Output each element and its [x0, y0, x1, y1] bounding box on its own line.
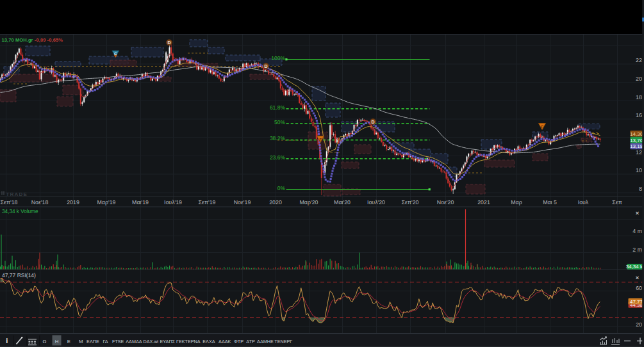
svg-text:Μ: Μ — [79, 339, 83, 344]
svg-text:FTSE: FTSE — [112, 339, 124, 344]
svg-text:F: F — [319, 138, 322, 141]
svg-text:D: D — [371, 120, 374, 124]
svg-text:Ιουλ'19: Ιουλ'19 — [164, 199, 182, 206]
svg-text:ΛΑΜΔΑ: ΛΑΜΔΑ — [126, 339, 142, 344]
svg-text:13,70 MOH.gr -0,09 -0,65%: 13,70 MOH.gr -0,09 -0,65% — [2, 37, 63, 43]
svg-text:10: 10 — [636, 167, 642, 174]
svg-text:Ω: Ω — [42, 339, 46, 344]
svg-text:38.2%: 38.2% — [270, 135, 286, 141]
svg-text:23.6%: 23.6% — [270, 154, 286, 161]
svg-text:20: 20 — [636, 321, 642, 328]
svg-text:Μαρ'20: Μαρ'20 — [300, 199, 318, 206]
svg-text:12: 12 — [636, 149, 642, 156]
svg-text:ΑΔΜΗΕ: ΑΔΜΗΕ — [257, 339, 274, 344]
svg-text:60: 60 — [636, 285, 642, 291]
svg-text:ΦΤΡ: ΦΤΡ — [234, 339, 244, 344]
svg-text:TRADE: TRADE — [6, 191, 28, 197]
svg-text:50%: 50% — [274, 119, 285, 125]
svg-text:i: i — [6, 337, 8, 344]
svg-text:Νοε'20: Νοε'20 — [437, 199, 454, 206]
svg-text:C: C — [114, 51, 117, 56]
svg-text:Μαι 5: Μαι 5 — [543, 199, 557, 206]
svg-text:47,77: 47,77 — [630, 299, 643, 305]
svg-text:Νοε'18: Νοε'18 — [31, 199, 49, 206]
svg-text:22: 22 — [636, 57, 642, 63]
svg-text:ΓΕΚΤΕΡΝΑ: ΓΕΚΤΕΡΝΑ — [176, 339, 201, 344]
svg-text:×: × — [636, 274, 640, 281]
svg-text:2 m: 2 m — [632, 246, 642, 253]
svg-text:20: 20 — [636, 76, 642, 82]
svg-text:D: D — [167, 40, 170, 45]
svg-text:100%: 100% — [271, 55, 285, 61]
svg-text:8: 8 — [639, 186, 642, 192]
svg-text:×: × — [636, 209, 640, 216]
svg-text:F: F — [541, 125, 543, 129]
svg-text:Μαι'19: Μαι'19 — [132, 199, 149, 206]
svg-text:Ιουλ'20: Ιουλ'20 — [367, 199, 385, 206]
svg-text:61.8%: 61.8% — [270, 104, 286, 111]
svg-text:34,34 k Volume: 34,34 k Volume — [2, 209, 38, 214]
svg-text:18: 18 — [636, 94, 642, 101]
svg-text:16: 16 — [636, 112, 642, 118]
svg-text:ΓΔ: ΓΔ — [103, 339, 108, 344]
svg-text:Νοε'19: Νοε'19 — [234, 199, 251, 206]
svg-text:ΔΤΡ: ΔΤΡ — [246, 339, 255, 344]
svg-text:ΑΔΑΚ: ΑΔΑΚ — [219, 339, 231, 344]
svg-text:Σεπ: Σεπ — [612, 199, 622, 206]
svg-text:34,34 k: 34,34 k — [626, 264, 643, 270]
svg-text:ΕΛΧΑ: ΕΛΧΑ — [202, 339, 215, 344]
svg-text:Μαρ'19: Μαρ'19 — [97, 199, 116, 206]
svg-text:Μαι'20: Μαι'20 — [334, 199, 351, 206]
svg-text:13,70: 13,70 — [630, 138, 643, 143]
svg-text:4 m: 4 m — [632, 228, 642, 234]
svg-text:Σεπ'20: Σεπ'20 — [402, 199, 419, 206]
svg-text:Η: Η — [55, 339, 59, 344]
svg-text:ΤΕΝΕΡΓ: ΤΕΝΕΡΓ — [274, 339, 292, 344]
svg-text:0%: 0% — [277, 185, 286, 191]
svg-text:DAX.wi: DAX.wi — [144, 339, 159, 344]
svg-text:Σεπ'19: Σεπ'19 — [199, 199, 216, 206]
svg-text:Ε: Ε — [67, 339, 70, 344]
svg-text:2019: 2019 — [67, 199, 79, 206]
svg-text:Ιουλ: Ιουλ — [578, 199, 589, 206]
svg-text:2021: 2021 — [477, 199, 490, 206]
svg-text:14,30: 14,30 — [630, 131, 643, 137]
svg-text:13,18: 13,18 — [630, 143, 643, 149]
svg-text:D: D — [264, 64, 267, 69]
svg-text:Σεπ'18: Σεπ'18 — [1, 199, 18, 206]
svg-text:47,77 RSI(14): 47,77 RSI(14) — [2, 272, 36, 278]
svg-text:Μαρ: Μαρ — [511, 199, 522, 206]
svg-text:2020: 2020 — [269, 199, 282, 206]
svg-text:ΕΛΠΕ: ΕΛΠΕ — [87, 339, 99, 344]
svg-text:ΕΥΑΠΣ: ΕΥΑΠΣ — [160, 339, 176, 344]
